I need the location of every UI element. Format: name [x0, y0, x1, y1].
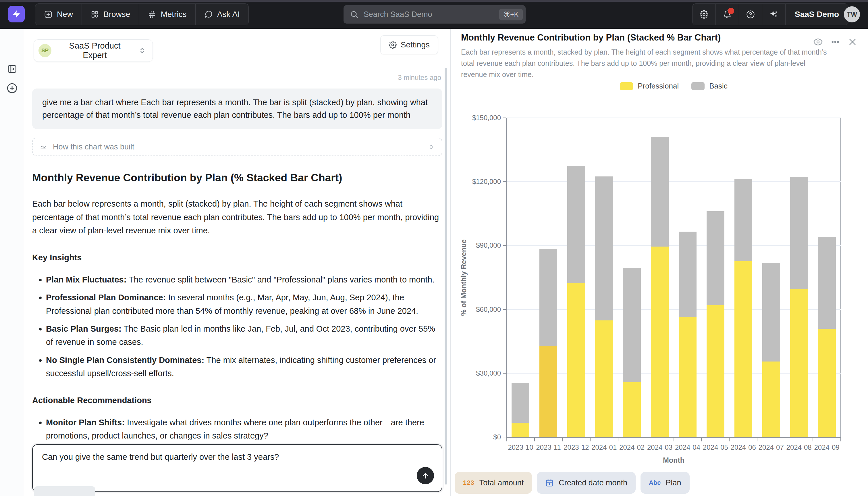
key-insights-heading: Key Insights	[32, 251, 442, 264]
field-tag-total-amount[interactable]: 123 Total amount	[455, 472, 532, 494]
bar-2024-04[interactable]	[679, 118, 696, 437]
nav-new-button[interactable]: New	[35, 4, 82, 25]
x-tick-label: 2024-03	[647, 444, 672, 451]
segment-basic[interactable]	[512, 383, 529, 423]
global-search-input[interactable]: Search SaaS Demo ⌘+K	[343, 5, 526, 24]
bar-2024-03[interactable]	[651, 118, 669, 437]
segment-basic[interactable]	[818, 237, 836, 329]
list-item: Professional Plan Dominance: In several …	[46, 291, 442, 317]
close-panel-button[interactable]	[847, 36, 858, 48]
gear-icon	[389, 41, 397, 49]
segment-professional[interactable]	[735, 261, 752, 437]
segment-basic[interactable]	[540, 249, 557, 346]
panel-actions	[812, 36, 858, 48]
nav-ask-ai-button[interactable]: Ask AI	[196, 4, 248, 25]
bar-2024-05[interactable]	[707, 118, 724, 437]
how-chart-built-toggle[interactable]: How this chart was built	[32, 138, 442, 156]
chat-input[interactable]: Can you give the same trend but quarterl…	[32, 444, 442, 492]
app-logo[interactable]	[8, 6, 25, 22]
user-avatar[interactable]: TW	[844, 6, 860, 22]
send-button[interactable]	[417, 467, 434, 484]
user-message: give me a bar chart where Each bar repre…	[32, 89, 442, 129]
field-tag-created-date-month[interactable]: Created date month	[537, 472, 636, 494]
x-tick-label: 2024-07	[759, 444, 784, 451]
stacked-bar-chart: % of Monthly Revenue Month $0$30,000$60,…	[507, 118, 841, 437]
x-tick	[674, 438, 674, 441]
grid-icon	[91, 10, 99, 19]
x-tick	[729, 438, 729, 441]
y-tick	[503, 181, 506, 182]
legend-item-basic[interactable]: Basic	[691, 82, 727, 91]
nav-browse-button[interactable]: Browse	[82, 4, 139, 25]
lightning-bolt-icon	[12, 10, 21, 19]
agent-name: SaaS Product Expert	[57, 41, 133, 60]
y-tick-label: $90,000	[445, 242, 501, 249]
segment-professional[interactable]	[540, 346, 557, 437]
settings-label: Settings	[401, 40, 430, 49]
settings-gear-button[interactable]	[692, 4, 716, 25]
y-tick-label: $30,000	[445, 369, 501, 377]
x-tick-label: 2024-06	[731, 444, 756, 451]
toggle-threads-sidebar-button[interactable]	[6, 63, 18, 75]
bar-2024-07[interactable]	[762, 118, 780, 437]
bar-2024-06[interactable]	[735, 118, 752, 437]
bar-2024-01[interactable]	[595, 118, 613, 437]
settings-button[interactable]: Settings	[380, 35, 438, 54]
new-thread-button[interactable]	[6, 82, 18, 94]
bar-2024-02[interactable]	[623, 118, 641, 437]
bar-2023-11[interactable]	[540, 118, 557, 437]
segment-professional[interactable]	[707, 305, 724, 437]
segment-basic[interactable]	[623, 268, 641, 382]
segment-professional[interactable]	[623, 382, 641, 437]
field-tag-plan[interactable]: Abc Plan	[641, 472, 690, 494]
bar-2023-12[interactable]	[567, 118, 585, 437]
segment-basic[interactable]	[651, 137, 669, 247]
chart-legend: Professional Basic	[507, 82, 841, 91]
y-tick-label: $0	[445, 433, 501, 441]
bar-2024-09[interactable]	[818, 118, 836, 437]
segment-professional[interactable]	[567, 283, 585, 437]
hash-icon	[148, 10, 156, 19]
nav-metrics-button[interactable]: Metrics	[139, 4, 195, 25]
segment-professional[interactable]	[790, 289, 808, 437]
ellipsis-icon	[831, 37, 840, 47]
ai-assistant-button[interactable]	[762, 4, 786, 25]
bar-2023-10[interactable]	[512, 118, 529, 437]
bar-2024-08[interactable]	[790, 118, 808, 437]
agent-avatar: SP	[38, 44, 51, 57]
segment-professional[interactable]	[762, 361, 780, 437]
more-options-button[interactable]	[830, 36, 841, 48]
legend-item-professional[interactable]: Professional	[620, 82, 679, 91]
text-field-icon: Abc	[649, 479, 661, 486]
help-button[interactable]	[739, 4, 762, 25]
message-timestamp: 3 minutes ago	[32, 74, 441, 82]
segment-professional[interactable]	[818, 329, 836, 437]
segment-professional[interactable]	[595, 321, 613, 437]
notifications-button[interactable]	[716, 4, 739, 25]
segment-professional[interactable]	[651, 247, 669, 437]
segment-basic[interactable]	[595, 176, 613, 321]
segment-basic[interactable]	[735, 179, 752, 262]
segment-basic[interactable]	[762, 263, 780, 361]
chat-scrollbar[interactable]	[445, 68, 447, 484]
view-chart-button[interactable]	[812, 36, 824, 48]
search-icon	[350, 10, 358, 19]
search-placeholder: Search SaaS Demo	[364, 10, 499, 19]
navbar-actions: SaaS Demo	[692, 3, 849, 25]
y-tick	[503, 118, 506, 118]
agent-selector[interactable]: SP SaaS Product Expert	[34, 40, 153, 62]
workspace-button[interactable]: SaaS Demo	[786, 4, 848, 25]
segment-basic[interactable]	[567, 166, 585, 283]
segment-basic[interactable]	[790, 177, 808, 289]
list-item: Basic Plan Surges: The Basic plan led in…	[46, 322, 442, 349]
segment-professional[interactable]	[512, 423, 529, 437]
segment-basic[interactable]	[679, 232, 696, 317]
x-tick-label: 2024-02	[619, 444, 645, 451]
y-tick	[503, 373, 506, 374]
segment-professional[interactable]	[679, 317, 696, 437]
legend-label: Basic	[709, 82, 727, 91]
x-axis-title: Month	[663, 456, 685, 464]
x-tick-label: 2023-10	[508, 444, 533, 451]
y-tick-label: $120,000	[445, 177, 501, 186]
segment-basic[interactable]	[707, 211, 724, 305]
